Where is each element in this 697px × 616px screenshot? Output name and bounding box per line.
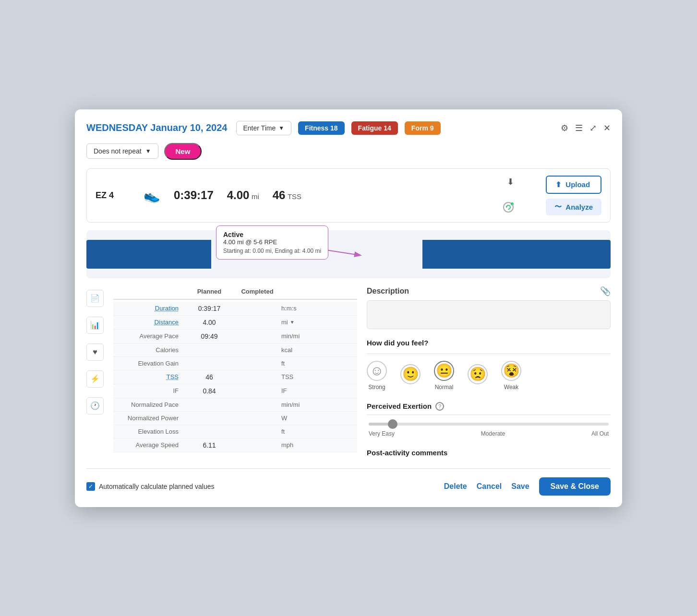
workout-stats: 👟 0:39:17 4.00 mi 46 TSS <box>144 188 536 203</box>
strong-emoji: ☺ <box>367 361 387 381</box>
save-button[interactable]: Save <box>511 482 529 491</box>
auto-calc-container: ✓ Automatically calculate planned values <box>86 482 434 491</box>
table-row: Average Speed 6.11 mph <box>113 438 357 452</box>
expand-icon[interactable]: ⤢ <box>589 123 597 133</box>
exertion-slider-track <box>369 423 609 426</box>
table-row: IF 0.84 IF <box>113 384 357 398</box>
strong-label: Strong <box>368 384 385 391</box>
table-row: Duration 0:39:17 h:m:s <box>113 302 357 316</box>
workout-title: EZ 4 <box>96 190 134 201</box>
clock-icon[interactable]: 🕐 <box>86 397 104 415</box>
lightning-icon[interactable]: ⚡ <box>86 370 104 388</box>
smile-emoji: 🙂 <box>400 364 421 384</box>
elevation-gain-label: Elevation Gain <box>113 360 185 367</box>
distance-unit-dropdown-icon[interactable]: ▼ <box>290 320 295 325</box>
tooltip-title: Active <box>223 231 321 238</box>
exertion-header: Perceived Exertion ? <box>367 402 611 411</box>
comments-title: Post-activity comments <box>367 449 611 457</box>
distance-value: 4.00 <box>227 189 250 201</box>
norm-power-unit: W <box>281 415 320 422</box>
exertion-max-label: All Out <box>591 430 609 437</box>
sidebar-icons: 📄 📊 ♥ ⚡ 🕐 <box>86 286 104 461</box>
avg-pace-planned: 09:49 <box>185 332 233 340</box>
refresh-icon[interactable]: ✓ <box>503 201 514 215</box>
stats-table: Planned Completed Duration 0:39:17 h:m:s… <box>113 286 357 461</box>
upload-icon: ⬆ <box>555 180 562 189</box>
svg-text:✓: ✓ <box>512 203 513 205</box>
tss-label: TSS <box>288 192 301 201</box>
exertion-mid-label: Moderate <box>481 430 505 437</box>
table-row: Normalized Power W <box>113 412 357 425</box>
table-row: Elevation Gain ft <box>113 357 357 370</box>
document-icon[interactable]: 📄 <box>86 290 104 307</box>
chart-icon[interactable]: 📊 <box>86 317 104 334</box>
feel-options: ☺ Strong 🙂 😐 Normal 😟 <box>367 361 611 391</box>
description-input[interactable] <box>367 300 611 329</box>
feel-normal[interactable]: 😐 Normal <box>434 361 454 391</box>
table-row: Elevation Loss ft <box>113 425 357 438</box>
upload-button[interactable]: ⬆ Upload <box>546 176 601 194</box>
feel-strong[interactable]: ☺ Strong <box>367 361 387 391</box>
heart-icon[interactable]: ♥ <box>86 344 104 361</box>
new-button[interactable]: New <box>164 143 202 160</box>
delete-button[interactable]: Delete <box>444 482 467 491</box>
modal-footer: ✓ Automatically calculate planned values… <box>86 468 611 496</box>
exertion-slider-container: Very Easy Moderate All Out <box>367 423 611 437</box>
analyze-button[interactable]: 〜 Analyze <box>546 199 601 215</box>
norm-power-label: Normalized Power <box>113 415 185 422</box>
avg-pace-label: Average Pace <box>113 332 185 340</box>
table-row: Normalized Pace min/mi <box>113 398 357 412</box>
sad-emoji: 😟 <box>468 364 488 384</box>
normal-label: Normal <box>435 384 454 391</box>
calories-label: Calories <box>113 346 185 354</box>
modal: WEDNESDAY January 10, 2024 Enter Time ▼ … <box>75 109 622 507</box>
settings-icon[interactable]: ⚙ <box>561 123 568 133</box>
tss-unit: TSS <box>281 373 320 380</box>
fitness-badge: Fitness 18 <box>298 121 344 135</box>
elevation-gain-unit: ft <box>281 360 320 367</box>
help-icon[interactable]: ? <box>435 402 444 411</box>
enter-time-button[interactable]: Enter Time ▼ <box>236 121 292 135</box>
exertion-slider-thumb[interactable] <box>388 419 397 429</box>
chart-tooltip: Active 4.00 mi @ 5-6 RPE Starting at: 0.… <box>216 225 328 260</box>
duration-label[interactable]: Duration <box>113 305 185 312</box>
calories-unit: kcal <box>281 346 320 354</box>
repeat-dropdown[interactable]: Does not repeat ▼ <box>86 143 158 159</box>
repeat-dropdown-icon: ▼ <box>145 148 151 154</box>
modal-subheader: Does not repeat ▼ New <box>86 143 611 160</box>
save-close-button[interactable]: Save & Close <box>539 477 611 496</box>
feel-section: How did you feel? ☺ Strong 🙂 😐 Normal <box>367 339 611 391</box>
norm-pace-label: Normalized Pace <box>113 401 185 408</box>
download-icon[interactable]: ⬇ <box>507 177 514 187</box>
analyze-icon: 〜 <box>554 202 562 212</box>
form-badge: Form 9 <box>405 121 441 135</box>
feel-weak[interactable]: 😵 Weak <box>501 361 521 391</box>
tss-label-row[interactable]: TSS <box>113 373 185 380</box>
header-icons: ⚙ ☰ ⤢ ✕ <box>561 123 611 133</box>
completed-col-header: Completed <box>233 288 281 295</box>
feel-option-2[interactable]: 🙂 <box>400 364 421 387</box>
exertion-title: Perceived Exertion <box>367 402 432 410</box>
paperclip-icon[interactable]: 📎 <box>600 286 611 296</box>
chart-bar-right <box>422 240 611 269</box>
feel-sad[interactable]: 😟 <box>468 364 488 387</box>
table-row: TSS 46 TSS <box>113 370 357 384</box>
exertion-slider-labels: Very Easy Moderate All Out <box>369 430 609 437</box>
menu-icon[interactable]: ☰ <box>575 123 583 133</box>
feel-title: How did you feel? <box>367 339 611 347</box>
exertion-section: Perceived Exertion ? Very Easy Moderate … <box>367 402 611 437</box>
exertion-min-label: Very Easy <box>369 430 395 437</box>
close-icon[interactable]: ✕ <box>603 123 611 133</box>
auto-calc-label: Automatically calculate planned values <box>99 483 214 490</box>
distance-label[interactable]: Distance <box>113 319 185 326</box>
table-row: Distance 4.00 mi ▼ <box>113 316 357 330</box>
duration-unit: h:m:s <box>281 305 320 312</box>
auto-calc-checkbox[interactable]: ✓ <box>86 482 95 491</box>
chart-bar-left <box>86 240 211 269</box>
weak-emoji: 😵 <box>501 361 521 381</box>
distance-unit: mi <box>252 192 259 201</box>
normal-emoji: 😐 <box>434 361 454 381</box>
tss-value: 46 <box>273 189 286 201</box>
cancel-button[interactable]: Cancel <box>477 482 502 491</box>
workout-card: EZ 4 👟 0:39:17 4.00 mi 46 TSS ⬇ ✓ <box>86 168 611 223</box>
